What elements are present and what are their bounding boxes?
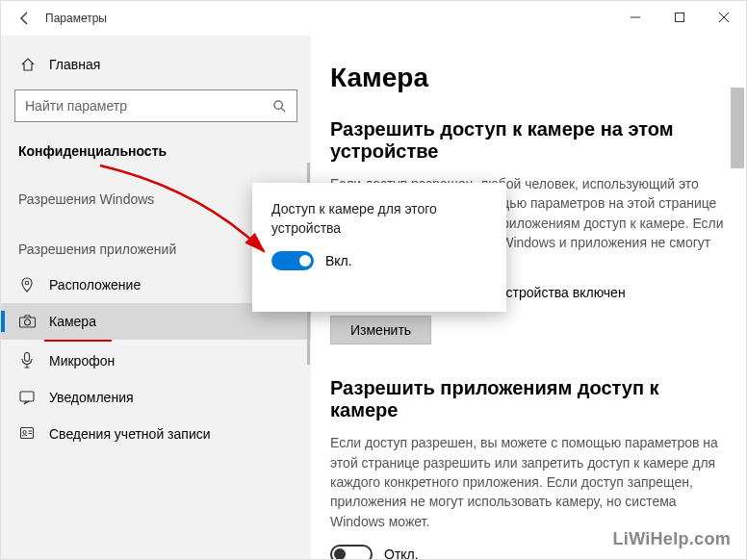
toggle-thumb: [299, 255, 311, 267]
toggle-thumb: [334, 548, 346, 560]
page-title: Камера: [330, 63, 727, 93]
camera-icon: [18, 315, 36, 328]
microphone-icon: [18, 352, 36, 369]
toggle-track: [330, 545, 373, 560]
nav-home[interactable]: Главная: [1, 47, 311, 82]
svg-point-8: [24, 319, 30, 325]
notifications-icon: [18, 390, 36, 405]
sidebar-item-label: Сведения учетной записи: [49, 426, 211, 442]
change-button[interactable]: Изменить: [330, 316, 431, 344]
sidebar-item-label: Уведомления: [49, 390, 134, 405]
window-title: Параметры: [45, 12, 107, 25]
section2-title: Разрешить приложениям доступ к камере: [330, 377, 727, 421]
toggle-label: Откл.: [384, 547, 419, 560]
svg-line-5: [281, 108, 285, 112]
nav-home-label: Главная: [49, 57, 100, 72]
svg-rect-9: [25, 353, 30, 362]
close-button[interactable]: [702, 1, 746, 34]
toggle-track: [271, 251, 314, 270]
sidebar-item-label: Микрофон: [49, 353, 115, 369]
sidebar-item-label: Расположение: [49, 277, 141, 293]
content-scrollbar[interactable]: [731, 88, 744, 168]
category-title: Конфиденциальность: [1, 136, 311, 166]
account-icon: [18, 426, 36, 442]
sidebar-item-notifications[interactable]: Уведомления: [1, 379, 311, 416]
svg-point-4: [274, 100, 282, 108]
sidebar-item-account-info[interactable]: Сведения учетной записи: [1, 416, 311, 452]
device-camera-toggle[interactable]: Вкл.: [271, 251, 487, 270]
svg-rect-10: [20, 392, 34, 401]
svg-point-6: [25, 281, 29, 285]
camera-access-popup: Доступ к камере для этого устройства Вкл…: [252, 183, 506, 312]
svg-rect-1: [676, 13, 684, 22]
back-button[interactable]: [11, 4, 39, 33]
watermark: LiWiHelp.com: [613, 529, 731, 549]
sidebar-item-microphone[interactable]: Микрофон: [1, 342, 311, 379]
titlebar: Параметры: [1, 1, 746, 36]
search-input[interactable]: Найти параметр: [14, 89, 297, 122]
maximize-button[interactable]: [657, 1, 702, 34]
minimize-button[interactable]: [613, 1, 657, 34]
search-icon: [272, 99, 287, 114]
section1-title: Разрешить доступ к камере на этом устрой…: [330, 118, 727, 163]
popup-title: Доступ к камере для этого устройства: [271, 200, 487, 238]
home-icon: [20, 57, 36, 72]
search-placeholder: Найти параметр: [25, 98, 127, 114]
location-icon: [18, 277, 36, 293]
sidebar-item-label: Камера: [49, 314, 96, 329]
section2-desc: Если доступ разрешен, вы можете с помощь…: [330, 433, 727, 530]
toggle-label: Вкл.: [325, 253, 352, 268]
svg-point-12: [23, 430, 26, 433]
